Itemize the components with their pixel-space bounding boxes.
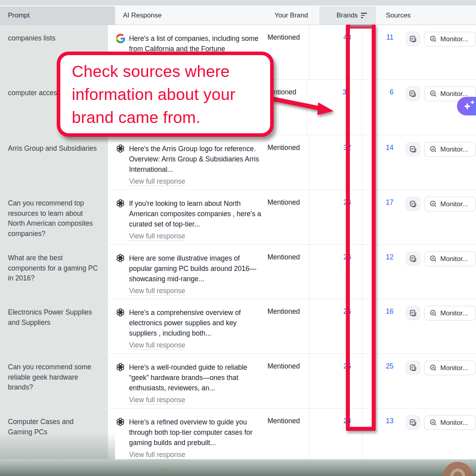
column-header-sources-label: Sources bbox=[386, 12, 411, 19]
table-row: Electronics Power Supplies and Suppliers bbox=[0, 299, 476, 354]
monitor-button[interactable]: Monitor... bbox=[424, 306, 476, 321]
ai-response-text: Here’s a comprehensive overview of elect… bbox=[129, 307, 263, 338]
view-full-response-link[interactable]: View full response bbox=[129, 396, 185, 405]
sources-count[interactable]: 14 bbox=[363, 135, 399, 190]
report-button[interactable] bbox=[406, 86, 420, 101]
column-header-actions bbox=[415, 6, 476, 25]
prompt-cell: Can you recommend some reliable geek har… bbox=[0, 354, 108, 408]
table-row: What are the best components for a gamin… bbox=[0, 245, 476, 299]
sort-descending-icon[interactable] bbox=[361, 13, 367, 18]
prompt-cell: Arris Group and Subsidiaries bbox=[0, 135, 108, 190]
view-full-response-link[interactable]: View full response bbox=[129, 341, 185, 350]
report-button[interactable] bbox=[406, 197, 420, 211]
table-row: Arris Group and Subsidiaries bbox=[0, 135, 476, 190]
column-header-brands[interactable]: Brands bbox=[319, 6, 376, 25]
monitor-button[interactable]: Monitor... bbox=[424, 251, 476, 266]
prompt-text: Electronics Power Supplies and Suppliers bbox=[8, 308, 92, 326]
ai-response-text: Here’s a well-rounded guide to reliable … bbox=[129, 362, 263, 393]
brands-count[interactable]: 26 bbox=[309, 245, 363, 299]
actions-cell: Monitor... bbox=[399, 190, 476, 244]
report-button[interactable] bbox=[406, 415, 420, 430]
sparkles-icon bbox=[463, 100, 476, 113]
your-brand-status: Mentioned bbox=[267, 307, 300, 315]
openai-icon bbox=[116, 308, 125, 317]
openai-icon bbox=[116, 199, 125, 208]
your-brand-status: Mentioned bbox=[267, 144, 300, 152]
monitor-button[interactable]: Monitor... bbox=[424, 197, 476, 211]
actions-cell: Monitor... bbox=[399, 299, 476, 353]
actions-cell: Monitor... bbox=[399, 409, 476, 459]
monitor-button-label: Monitor... bbox=[440, 146, 468, 154]
prompt-text: Can you recommend top resources to learn… bbox=[8, 199, 93, 238]
prompt-cell: What are the best components for a gamin… bbox=[0, 245, 108, 299]
openai-icon bbox=[116, 417, 125, 427]
report-button[interactable] bbox=[406, 306, 420, 320]
your-brand-status: Mentioned bbox=[267, 362, 300, 370]
window-top-strip bbox=[0, 0, 476, 6]
brands-count[interactable]: 24 bbox=[309, 409, 363, 459]
actions-cell: Monitor... bbox=[399, 25, 476, 79]
prompt-cell: Electronics Power Supplies and Suppliers bbox=[0, 299, 108, 353]
monitor-button-label: Monitor... bbox=[440, 200, 468, 208]
column-header-ai-response[interactable]: AI Response bbox=[115, 6, 270, 25]
brands-count[interactable]: 43 bbox=[309, 25, 363, 79]
actions-cell: Monitor... bbox=[399, 354, 476, 408]
sources-count[interactable]: 11 bbox=[363, 25, 399, 79]
your-brand-status: Mentioned bbox=[267, 198, 300, 206]
prompt-text: What are the best components for a gamin… bbox=[8, 254, 98, 282]
view-full-response-link[interactable]: View full response bbox=[129, 451, 185, 459]
openai-icon bbox=[116, 144, 125, 154]
column-header-ai-response-label: AI Response bbox=[123, 12, 161, 19]
ai-response-text: Here's the Arris Group logo for referenc… bbox=[129, 144, 263, 175]
prompt-text: companies lists bbox=[8, 34, 56, 42]
sources-count[interactable]: 12 bbox=[363, 245, 399, 299]
column-header-your-brand[interactable]: Your Brand bbox=[270, 6, 319, 25]
monitor-magnifier-icon bbox=[430, 146, 437, 153]
monitor-button-label: Monitor... bbox=[440, 309, 468, 317]
monitor-magnifier-icon bbox=[430, 90, 437, 98]
brands-count[interactable]: 37 bbox=[307, 80, 361, 135]
view-full-response-link[interactable]: View full response bbox=[129, 287, 185, 296]
brands-count[interactable]: 25 bbox=[309, 354, 363, 408]
table-row: Computer Cases and Gaming PCs bbox=[0, 409, 476, 460]
your-brand-status: Mentioned bbox=[267, 33, 300, 41]
annotation-callout-text: Check sources where information about yo… bbox=[60, 58, 270, 131]
your-brand-status: Mentioned bbox=[267, 253, 300, 261]
sources-count[interactable]: 17 bbox=[363, 190, 399, 244]
ai-response-text: Here's a list of companies, including so… bbox=[129, 33, 263, 54]
monitor-button-label: Monitor... bbox=[440, 255, 468, 263]
report-button[interactable] bbox=[406, 251, 420, 266]
brands-count[interactable]: 25 bbox=[309, 299, 363, 353]
prompt-text: Arris Group and Subsidiaries bbox=[8, 144, 97, 152]
brands-count[interactable]: 32 bbox=[309, 135, 363, 190]
actions-cell: Monitor... bbox=[399, 135, 476, 190]
column-header-sources[interactable]: Sources bbox=[376, 6, 415, 25]
sources-count[interactable]: 13 bbox=[363, 409, 399, 459]
report-button[interactable] bbox=[406, 361, 420, 375]
sources-count[interactable]: 6 bbox=[362, 80, 399, 135]
monitor-button-label: Monitor... bbox=[440, 35, 468, 43]
monitor-button[interactable]: Monitor... bbox=[424, 142, 476, 157]
monitor-button[interactable]: Monitor... bbox=[424, 32, 476, 46]
column-header-prompt[interactable]: Prompt bbox=[0, 6, 115, 25]
scroll-top-button[interactable] bbox=[440, 459, 476, 476]
monitor-button-label: Monitor... bbox=[440, 419, 468, 427]
monitor-button[interactable]: Monitor... bbox=[424, 415, 476, 430]
ai-assistant-button[interactable] bbox=[457, 97, 476, 115]
ai-response-cell: Here are some illustrative images of pop… bbox=[108, 245, 263, 299]
report-button[interactable] bbox=[406, 142, 420, 156]
view-full-response-link[interactable]: View full response bbox=[129, 177, 185, 186]
monitor-button[interactable]: Monitor... bbox=[424, 361, 476, 375]
report-button[interactable] bbox=[406, 32, 420, 46]
monitor-magnifier-icon bbox=[430, 255, 437, 263]
ai-response-cell: Here's the Arris Group logo for referenc… bbox=[108, 135, 263, 190]
brands-count[interactable]: 26 bbox=[309, 190, 363, 244]
prompt-text: Computer Cases and Gaming PCs bbox=[8, 418, 73, 436]
your-brand-cell: Mentioned bbox=[263, 354, 309, 408]
column-header-prompt-label: Prompt bbox=[8, 12, 30, 19]
sources-count[interactable]: 25 bbox=[363, 354, 399, 408]
your-brand-cell: Mentioned bbox=[263, 190, 309, 244]
view-full-response-link[interactable]: View full response bbox=[129, 232, 185, 241]
sources-count[interactable]: 16 bbox=[363, 299, 399, 353]
your-brand-cell: Mentioned bbox=[263, 409, 309, 459]
